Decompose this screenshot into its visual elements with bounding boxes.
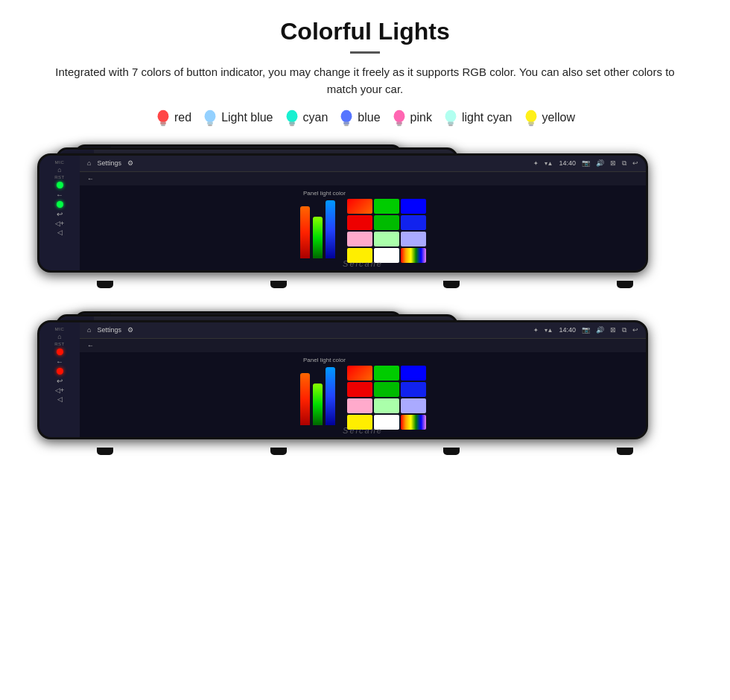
svg-rect-7 [289,122,294,125]
color-label-lightcyan: light cyan [462,111,512,124]
color-item-cyan: cyan [284,108,328,127]
svg-rect-19 [528,122,533,125]
svg-rect-17 [448,124,453,126]
svg-point-9 [341,110,352,123]
svg-rect-5 [208,124,212,126]
screen-row-bottom: ⌂ ← MIC ⌂ [30,308,700,449]
title-divider [350,51,380,54]
svg-rect-13 [396,122,402,125]
color-label-cyan: cyan [303,111,328,124]
screen-title: Settings [97,159,121,167]
svg-rect-11 [345,124,349,126]
svg-rect-2 [161,124,165,126]
color-item-blue: blue [338,108,380,127]
radio-unit-front-top: MIC ⌂ RST ← ↩ ◁+ ◁ ⌂ [37,153,648,273]
page: Colorful Lights Integrated with 7 colors… [0,0,730,700]
bulb-icon-pink [391,108,407,127]
svg-point-12 [393,110,404,123]
bulb-icon-blue [338,108,355,127]
radio-unit-front-bottom: MIC ⌂ RST ← ↩ ◁+ ◁ ⌂ Settings [37,320,648,439]
bulb-icon-red [155,108,171,127]
panel-light-label: Panel light color [303,190,346,197]
color-item-lightcyan: light cyan [442,108,512,127]
color-label-lightblue: Light blue [221,111,273,124]
page-title: Colorful Lights [280,18,450,45]
screens-section: ⌂ ← MIC ⌂ [30,141,700,449]
color-label-red: red [174,111,191,124]
color-label-blue: blue [358,111,380,124]
svg-rect-1 [160,122,165,125]
radio-stack-top: ⌂ ← MIC ⌂ [37,143,693,281]
screen-time: 14:40 [559,159,576,167]
color-item-red: red [155,108,191,127]
bulb-icon-yellow [523,108,539,127]
watermark-bottom: Seicane [343,426,383,435]
color-item-yellow: yellow [523,108,575,127]
color-label-pink: pink [410,111,432,124]
color-label-yellow: yellow [542,111,575,124]
subtitle: Integrated with 7 colors of button indic… [45,64,685,98]
svg-rect-16 [448,122,453,125]
svg-point-18 [525,110,536,123]
color-item-lightblue: Light blue [202,108,273,127]
svg-rect-10 [344,122,349,125]
color-list: red Light blue cyan blue [155,108,575,127]
radio-stack-bottom: ⌂ ← MIC ⌂ [37,310,693,448]
svg-rect-8 [290,124,294,126]
svg-rect-20 [529,124,533,126]
svg-rect-14 [397,124,402,126]
svg-point-15 [445,110,456,123]
color-item-pink: pink [391,108,432,127]
screen-row-top: ⌂ ← MIC ⌂ [30,141,700,282]
svg-point-6 [286,110,297,123]
bulb-icon-lightcyan [442,108,459,127]
svg-point-0 [158,110,169,123]
svg-point-3 [205,110,216,123]
bulb-icon-lightblue [202,108,218,127]
bulb-icon-cyan [284,108,300,127]
svg-rect-4 [207,122,212,125]
